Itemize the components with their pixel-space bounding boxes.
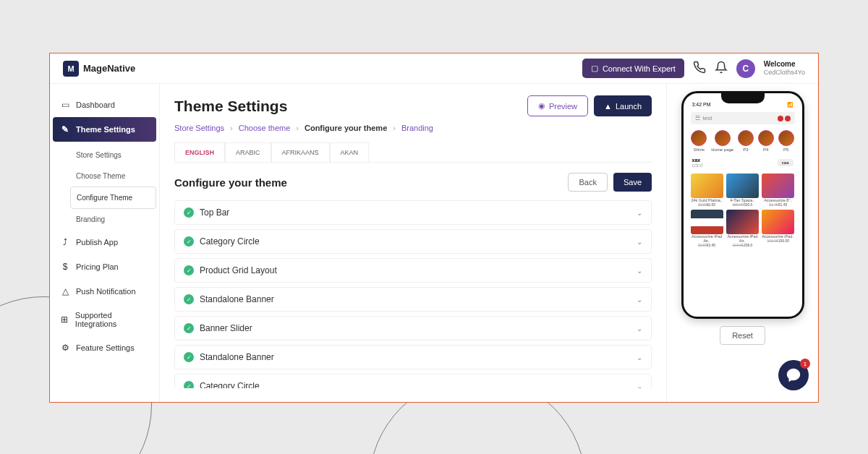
dashboard-icon: ▭ xyxy=(60,100,70,110)
breadcrumb-item[interactable]: Store Settings xyxy=(174,124,224,132)
rocket-icon: ▲ xyxy=(604,102,612,111)
logo[interactable]: M MageNative xyxy=(63,61,135,77)
theme-icon: ✎ xyxy=(60,124,70,134)
chevron-down-icon: ⌄ xyxy=(637,354,642,361)
section-title: Configure your theme xyxy=(174,176,287,189)
check-icon: ✓ xyxy=(184,265,194,275)
gear-icon: ⚙ xyxy=(60,343,70,353)
sidebar-item-pricing-plan[interactable]: $Pricing Plan xyxy=(53,254,156,279)
accordion-item[interactable]: ✓Product Grid Layout⌄ xyxy=(174,258,652,283)
breadcrumb-item[interactable]: Choose theme xyxy=(239,124,291,132)
tab-afrikaans[interactable]: AFRIKAANS xyxy=(271,142,330,162)
chevron-down-icon: ⌄ xyxy=(637,382,642,389)
logo-icon: M xyxy=(63,61,79,77)
publish-icon: ⤴ xyxy=(60,237,70,247)
eye-icon: ◉ xyxy=(538,101,545,111)
accordion: ✓Top Bar⌄ ✓Category Circle⌄ ✓Product Gri… xyxy=(174,200,652,388)
bell-nav-icon: △ xyxy=(60,286,70,296)
launch-button[interactable]: ▲Launch xyxy=(594,95,652,116)
sidebar-item-dashboard[interactable]: ▭Dashboard xyxy=(53,93,156,117)
user-block: Welcome CedCloths4Yo xyxy=(764,60,805,77)
chevron-down-icon: ⌄ xyxy=(637,325,642,333)
chevron-down-icon: ⌄ xyxy=(637,267,642,275)
phone-search: ☰ test xyxy=(691,112,795,124)
accordion-item[interactable]: ✓Standalone Banner⌄ xyxy=(174,287,652,312)
chevron-down-icon: ⌄ xyxy=(637,296,642,304)
accordion-item[interactable]: ✓Category Circle⌄ xyxy=(174,374,652,388)
reset-button[interactable]: Reset xyxy=(720,326,765,345)
phone-icon[interactable] xyxy=(693,61,706,77)
chat-widget[interactable]: 1 xyxy=(778,360,809,390)
check-icon: ✓ xyxy=(184,236,194,247)
tab-akan[interactable]: AKAN xyxy=(330,142,370,162)
accordion-item[interactable]: ✓Banner Slider⌄ xyxy=(174,316,652,340)
page-title: Theme Settings xyxy=(174,98,287,115)
pricing-icon: $ xyxy=(60,262,70,272)
bell-icon[interactable] xyxy=(715,61,728,77)
sidebar-item-theme-settings[interactable]: ✎Theme Settings xyxy=(53,117,156,142)
check-icon: ✓ xyxy=(184,352,194,362)
accordion-item[interactable]: ✓Standalone Banner⌄ xyxy=(174,345,652,369)
video-icon: ▢ xyxy=(591,64,598,73)
brand-name: MageNative xyxy=(83,63,135,74)
preview-button[interactable]: ◉Preview xyxy=(527,95,588,116)
save-button[interactable]: Save xyxy=(613,173,652,192)
accordion-item[interactable]: ✓Category Circle⌄ xyxy=(174,229,652,254)
app-frame: M MageNative ▢ Connect With Expert C Wel… xyxy=(49,53,819,403)
sidebar-sub-store-settings[interactable]: Store Settings xyxy=(70,145,156,166)
chevron-down-icon: ⌄ xyxy=(637,209,642,217)
breadcrumb-item: Configure your theme xyxy=(305,124,387,132)
chevron-down-icon: ⌄ xyxy=(637,238,642,246)
content: Theme Settings ◉Preview ▲Launch Store Se… xyxy=(160,84,666,402)
chat-badge: 1 xyxy=(800,359,810,369)
accordion-item[interactable]: ✓Top Bar⌄ xyxy=(174,200,652,225)
breadcrumb-item[interactable]: Branding xyxy=(401,124,433,132)
integrations-icon: ⊞ xyxy=(60,314,69,325)
language-tabs: ENGLISH ARABIC AFRIKAANS AKAN xyxy=(174,142,652,163)
topbar: M MageNative ▢ Connect With Expert C Wel… xyxy=(50,53,818,84)
phone-preview: 3:42 PM📶 ☰ test Shirts Home page P3 P4 P… xyxy=(681,91,804,319)
sidebar-item-push-notification[interactable]: △Push Notification xyxy=(53,279,156,304)
sidebar-item-integrations[interactable]: ⊞Supported Integrations xyxy=(53,304,156,335)
sidebar-sub-choose-theme[interactable]: Choose Theme xyxy=(70,166,156,187)
avatar[interactable]: C xyxy=(736,59,755,78)
sidebar-sub-configure-theme[interactable]: Configure Theme xyxy=(70,187,156,209)
tab-english[interactable]: ENGLISH xyxy=(174,142,225,162)
connect-expert-button[interactable]: ▢ Connect With Expert xyxy=(582,59,684,78)
check-icon: ✓ xyxy=(184,323,194,333)
check-icon: ✓ xyxy=(184,207,194,218)
sidebar-sub-branding[interactable]: Branding xyxy=(70,209,156,230)
tab-arabic[interactable]: ARABIC xyxy=(225,142,271,162)
check-icon: ✓ xyxy=(184,381,194,388)
sidebar-item-publish-app[interactable]: ⤴Publish App xyxy=(53,230,156,254)
breadcrumb: Store Settings› Choose theme› Configure … xyxy=(174,124,652,132)
sidebar: ▭Dashboard ✎Theme Settings Store Setting… xyxy=(50,84,160,402)
sidebar-item-feature-settings[interactable]: ⚙Feature Settings xyxy=(53,335,156,360)
preview-panel: 3:42 PM📶 ☰ test Shirts Home page P3 P4 P… xyxy=(666,84,818,402)
back-button[interactable]: Back xyxy=(568,173,607,192)
check-icon: ✓ xyxy=(184,294,194,304)
